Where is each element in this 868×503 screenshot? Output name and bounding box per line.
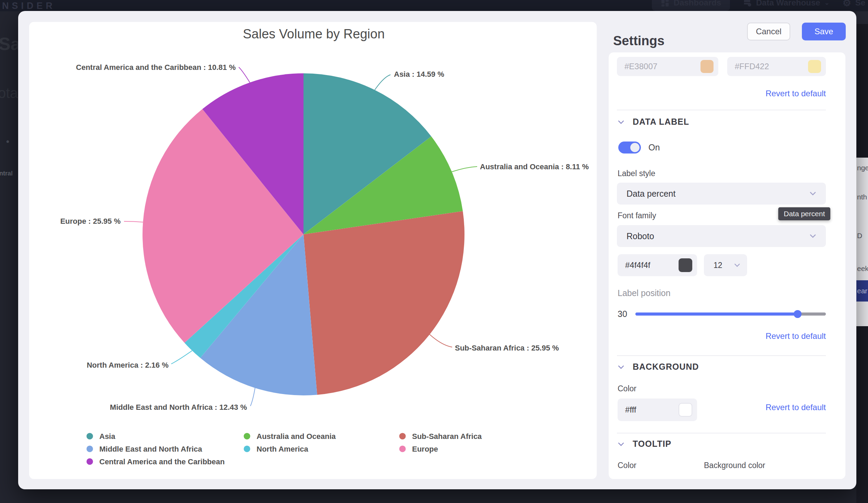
save-button[interactable]: Save: [802, 23, 846, 40]
bg-right-dark-upper: [856, 24, 868, 157]
font-family-label: Font family: [618, 211, 656, 220]
database-icon: [743, 0, 752, 7]
legend-label[interactable]: North America: [257, 445, 309, 453]
color-input-2[interactable]: #FFD422: [727, 57, 826, 76]
legend-label[interactable]: Sub-Saharan Africa: [412, 432, 482, 441]
revert-link-3[interactable]: Revert to default: [723, 403, 826, 412]
legend-dot[interactable]: [87, 459, 93, 465]
slider-thumb[interactable]: [794, 310, 802, 318]
pie-chart[interactable]: Sales Volume by RegionAsia : 14.59 %Aust…: [29, 22, 597, 479]
top-navbar: NSIDER Dashboards Data Warehouse ⌄ ⚙ Se: [0, 0, 868, 11]
legend-label[interactable]: Australia and Oceania: [257, 432, 336, 441]
toggle-state-label: On: [649, 143, 660, 153]
cancel-button[interactable]: Cancel: [747, 23, 790, 40]
slice-label-1: Australia and Oceania : 8.11 %: [480, 162, 589, 171]
section-data-label[interactable]: DATA LABEL: [617, 117, 689, 127]
slice-label-0: Asia : 14.59 %: [394, 70, 444, 79]
legend-label[interactable]: Europe: [412, 445, 438, 453]
font-family-select[interactable]: Roboto: [617, 225, 826, 247]
slice-label-6: Central America and the Caribbean : 10.8…: [76, 63, 236, 72]
chevron-down-icon: ⌄: [824, 0, 829, 7]
slice-label-4: North America : 2.16 %: [87, 361, 168, 369]
color-hex-2[interactable]: #FFD422: [735, 62, 769, 71]
label-style-select[interactable]: Data percent: [617, 183, 826, 205]
legend-label[interactable]: Asia: [99, 432, 115, 441]
nav-dashboards-label: Dashboards: [674, 0, 721, 8]
nav-settings[interactable]: ⚙ Se: [843, 0, 865, 9]
bg-menu-item: nth: [857, 193, 867, 201]
slider-fill: [636, 312, 797, 316]
font-color-swatch[interactable]: [679, 258, 692, 272]
legend-dot[interactable]: [400, 446, 406, 452]
color-swatch-1[interactable]: [701, 60, 713, 73]
bg-fragment-ota: ota: [0, 85, 18, 101]
style-tooltip: Data percent: [778, 207, 830, 220]
legend-dot[interactable]: [244, 446, 250, 452]
chevron-down-icon: [808, 231, 818, 241]
app-logo: NSIDER: [2, 1, 55, 11]
dashboards-icon: [661, 0, 670, 7]
gear-icon: ⚙: [843, 0, 851, 9]
color-swatch-2[interactable]: [808, 60, 821, 73]
chart-settings-modal: Sales Volume by RegionAsia : 14.59 %Aust…: [18, 11, 856, 489]
font-color-input[interactable]: #4f4f4f: [618, 254, 697, 276]
slice-label-2: Sub-Saharan Africa : 25.95 %: [455, 344, 559, 352]
revert-link-2[interactable]: Revert to default: [723, 331, 826, 341]
label-line-3: [250, 388, 255, 406]
toggle-knob: [630, 143, 640, 152]
label-line-4: [171, 350, 192, 364]
chevron-down-icon: [808, 189, 818, 198]
nav-settings-label: Se: [855, 0, 865, 8]
bg-right-dark-lower: [856, 326, 868, 503]
divider: [617, 110, 826, 110]
section-background[interactable]: BACKGROUND: [617, 362, 699, 372]
pie-slice-2[interactable]: [303, 211, 465, 395]
background-color-hex[interactable]: #fff: [625, 405, 636, 414]
data-label-toggle[interactable]: [618, 142, 641, 154]
chevron-down-icon: [617, 363, 625, 371]
slice-label-5: Europe : 25.95 %: [60, 217, 121, 225]
tooltip-color-label: Color: [618, 461, 637, 470]
nav-data-warehouse[interactable]: Data Warehouse ⌄: [743, 0, 829, 8]
legend-dot[interactable]: [244, 433, 250, 440]
slice-label-3: Middle East and North Africa : 12.43 %: [110, 403, 247, 411]
color-hex-1[interactable]: #E38007: [624, 62, 657, 71]
legend-dot[interactable]: [87, 446, 93, 452]
screen: NSIDER Dashboards Data Warehouse ⌄ ⚙ Se …: [0, 0, 868, 503]
chevron-down-icon: [733, 261, 742, 270]
font-family-value: Roboto: [627, 231, 654, 241]
nav-dashboards[interactable]: Dashboards: [652, 0, 730, 11]
font-size-select[interactable]: 12: [704, 254, 747, 276]
label-position-slider[interactable]: [636, 312, 826, 316]
bg-dropdown-panel: nge nth D eek ear: [856, 157, 868, 326]
bg-menu-item: D: [857, 232, 862, 240]
bg-right-toolbar: [856, 11, 868, 24]
legend-label[interactable]: Central America and the Caribbean: [99, 458, 225, 466]
chart-card: Sales Volume by RegionAsia : 14.59 %Aust…: [29, 22, 597, 479]
label-position-label: Label position: [618, 288, 670, 298]
background-color-input[interactable]: #fff: [618, 399, 697, 421]
settings-title: Settings: [613, 33, 664, 48]
legend-dot[interactable]: [400, 433, 406, 440]
label-line-5: [124, 221, 143, 222]
font-color-hex[interactable]: #4f4f4f: [625, 260, 650, 270]
bg-menu-item: eek: [857, 265, 868, 273]
label-line-0: [375, 75, 391, 90]
slider-value: 30: [618, 309, 636, 319]
revert-link-1[interactable]: Revert to default: [723, 89, 826, 98]
legend-label[interactable]: Middle East and North Africa: [99, 445, 203, 453]
chevron-down-icon: [617, 118, 625, 126]
bg-fragment-bullet: •: [6, 136, 9, 147]
bg-menu-item: nge: [857, 164, 868, 172]
section-tooltip[interactable]: TOOLTIP: [617, 439, 671, 449]
color-input-1[interactable]: #E38007: [617, 57, 718, 76]
label-style-label: Label style: [618, 169, 655, 178]
bg-menu-item-selected: ear: [856, 280, 868, 301]
bg-fragment-ntral: ntral: [0, 170, 13, 177]
legend-dot[interactable]: [87, 433, 93, 440]
chevron-down-icon: [617, 440, 625, 448]
chart-title: Sales Volume by Region: [243, 27, 385, 41]
label-line-1: [452, 166, 477, 172]
background-color-swatch[interactable]: [679, 403, 692, 417]
divider: [617, 355, 826, 356]
